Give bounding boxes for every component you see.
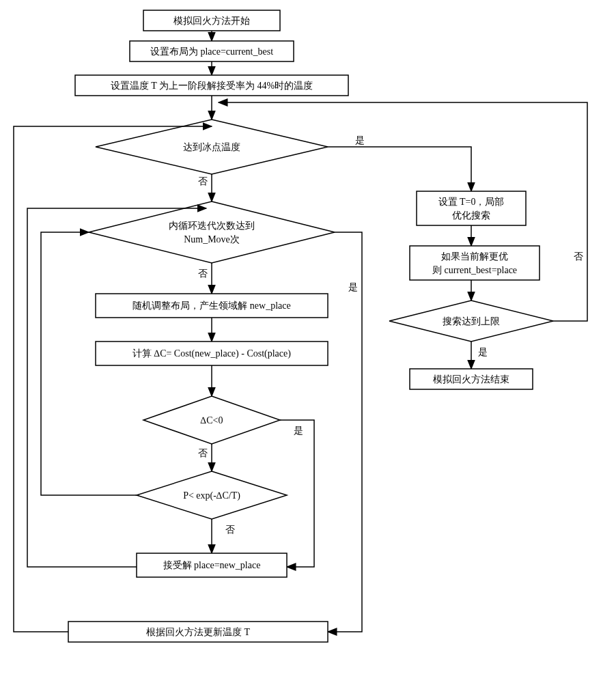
search-yes-label: 是	[478, 347, 488, 357]
prob-check-label: P< exp(-∆C/T)	[183, 490, 240, 501]
start-label: 模拟回火方法开始	[173, 16, 250, 26]
inner-loop-label-1: 内循环迭代次数达到	[169, 221, 255, 231]
delta-no-label: 否	[198, 448, 208, 458]
inner-no-label: 否	[198, 268, 208, 279]
update-best-label-1: 如果当前解更优	[441, 251, 508, 262]
inner-loop-label-2: Num_Move次	[184, 234, 240, 245]
end-label: 模拟回火方法结束	[433, 374, 509, 385]
freeze-yes-label: 是	[355, 135, 365, 145]
freeze-check-label: 达到冰点温度	[183, 142, 240, 152]
random-adjust-label: 随机调整布局，产生领域解 new_place	[132, 301, 290, 311]
delta-check-label: ∆C<0	[201, 415, 223, 426]
inner-yes-label: 是	[348, 282, 358, 292]
delta-yes-label: 是	[294, 426, 303, 436]
accept-label: 接受解 place=new_place	[163, 560, 261, 570]
inner-loop-diamond	[89, 201, 335, 263]
prob-no-label: 否	[225, 525, 235, 535]
set-place-label: 设置布局为 place=current_best	[150, 46, 273, 57]
search-limit-label: 搜索达到上限	[443, 316, 500, 326]
freeze-no-label: 否	[198, 176, 208, 186]
calc-delta-label: 计算 ∆C= Cost(new_place) - Cost(place)	[132, 348, 291, 359]
update-best-label-2: 则 current_best=place	[432, 265, 517, 275]
update-temp-label: 根据回火方法更新温度 T	[146, 627, 251, 637]
set-t0-label-1: 设置 T=0，局部	[438, 197, 505, 207]
set-t0-label-2: 优化搜索	[452, 210, 490, 221]
search-no-label: 否	[574, 251, 583, 262]
set-temp-label: 设置温度 T 为上一阶段解接受率为 44%时的温度	[111, 81, 313, 91]
